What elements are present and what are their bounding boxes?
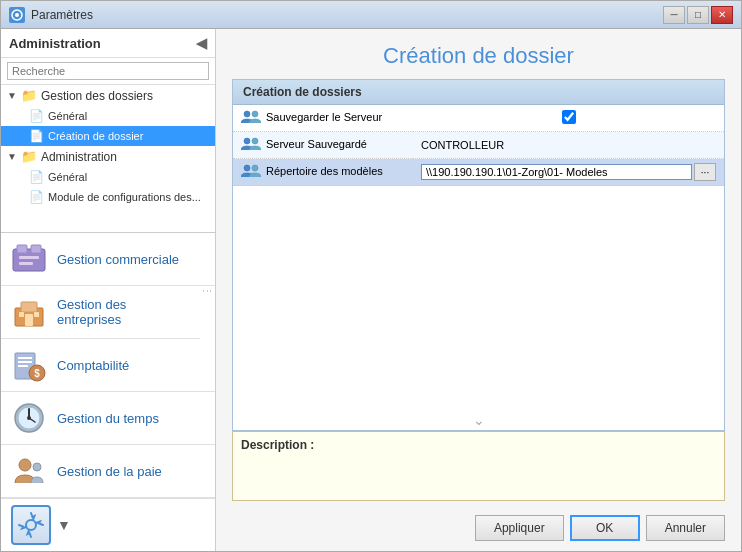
bottom-buttons: Appliquer OK Annuler: [216, 509, 741, 551]
sidebar-nav: Gestion commerciale: [1, 232, 215, 498]
serveur-value: CONTROLLEUR: [421, 139, 504, 151]
tree-group-dossiers-header[interactable]: ▼ 📁 Gestion des dossiers: [1, 85, 215, 106]
svg-point-31: [252, 165, 258, 171]
commercial-label: Gestion commerciale: [57, 252, 179, 267]
resize-handle[interactable]: ⋮: [200, 286, 215, 339]
row-label: Serveur Sauvegardé: [233, 132, 413, 159]
commercial-icon: [11, 241, 47, 277]
sauvegarder-checkbox[interactable]: [562, 110, 576, 124]
tree-item-creation-dossier[interactable]: 📄 Création de dossier: [1, 126, 215, 146]
main-window: Paramètres ─ □ ✕ Administration ◀ ▼ 📁: [0, 0, 742, 552]
title-bar: Paramètres ─ □ ✕: [1, 1, 741, 29]
tree-item-label: Général: [48, 171, 87, 183]
description-label: Description :: [241, 438, 716, 452]
user-icon: [241, 136, 261, 152]
user-icon: [241, 163, 261, 179]
svg-point-25: [26, 520, 36, 530]
scroll-down-icon: ⌄: [473, 412, 485, 428]
svg-rect-6: [19, 262, 33, 265]
repertoire-input[interactable]: [421, 164, 692, 180]
folder-icon: 📁: [21, 88, 37, 103]
minimize-button[interactable]: ─: [663, 6, 685, 24]
description-area: Description :: [232, 431, 725, 501]
search-input[interactable]: [7, 62, 209, 80]
tree-group-dossiers: ▼ 📁 Gestion des dossiers 📄 Général 📄 Cré…: [1, 85, 215, 146]
more-arrow[interactable]: ▼: [57, 517, 71, 533]
window-title: Paramètres: [31, 8, 663, 22]
table-row: Sauvegarder le Serveur: [233, 105, 724, 132]
svg-rect-3: [17, 245, 27, 253]
sidebar-bottom: ▼: [1, 498, 215, 551]
cancel-button[interactable]: Annuler: [646, 515, 725, 541]
svg-point-22: [27, 416, 31, 420]
temps-icon: [11, 400, 47, 436]
user-icon: [241, 109, 261, 125]
nav-item-commercial[interactable]: Gestion commerciale: [1, 233, 215, 286]
maximize-button[interactable]: □: [687, 6, 709, 24]
svg-point-23: [19, 459, 31, 471]
sidebar-title: Administration: [9, 36, 101, 51]
svg-point-30: [244, 165, 250, 171]
content-area: Création de dossier Création de dossiers: [216, 29, 741, 551]
group-label: Administration: [41, 150, 117, 164]
tree-group-administration: ▼ 📁 Administration 📄 Général 📄 Module de…: [1, 146, 215, 207]
settings-button[interactable]: [11, 505, 51, 545]
window-icon: [9, 7, 25, 23]
svg-rect-5: [19, 256, 39, 259]
svg-point-27: [252, 111, 258, 117]
main-content: Administration ◀ ▼ 📁 Gestion des dossier…: [1, 29, 741, 551]
tree-item-module-config[interactable]: 📄 Module de configurations des...: [1, 187, 215, 207]
svg-rect-8: [21, 302, 37, 312]
tree-item-label: Module de configurations des...: [48, 191, 201, 203]
close-button[interactable]: ✕: [711, 6, 733, 24]
nav-item-temps[interactable]: Gestion du temps: [1, 392, 215, 445]
paie-icon: [11, 453, 47, 489]
svg-text:$: $: [34, 368, 40, 379]
compta-label: Comptabilité: [57, 358, 129, 373]
row-value: CONTROLLEUR: [413, 132, 724, 159]
row-label: Répertoire des modèles: [233, 159, 413, 186]
group-label: Gestion des dossiers: [41, 89, 153, 103]
content-panel: Création de dossiers: [232, 79, 725, 431]
svg-point-24: [33, 463, 41, 471]
svg-rect-15: [18, 365, 28, 367]
svg-rect-9: [25, 314, 33, 326]
svg-rect-14: [18, 361, 32, 363]
sidebar: Administration ◀ ▼ 📁 Gestion des dossier…: [1, 29, 216, 551]
title-bar-buttons: ─ □ ✕: [663, 6, 733, 24]
doc-icon: 📄: [29, 170, 44, 184]
tree-item-general-1[interactable]: 📄 Général: [1, 106, 215, 126]
doc-icon: 📄: [29, 190, 44, 204]
sidebar-collapse-button[interactable]: ◀: [196, 35, 207, 51]
apply-button[interactable]: Appliquer: [475, 515, 564, 541]
settings-table: Sauvegarder le Serveur: [233, 105, 724, 186]
tree-group-administration-header[interactable]: ▼ 📁 Administration: [1, 146, 215, 167]
tree-item-label: Général: [48, 110, 87, 122]
svg-point-28: [244, 138, 250, 144]
svg-point-26: [244, 111, 250, 117]
compta-icon: $: [11, 347, 47, 383]
folder-icon: 📁: [21, 149, 37, 164]
svg-rect-13: [18, 357, 32, 359]
nav-item-comptabilite[interactable]: $ Comptabilité: [1, 339, 215, 392]
row-label: Sauvegarder le Serveur: [233, 105, 413, 132]
svg-point-29: [252, 138, 258, 144]
row-label-text: Sauvegarder le Serveur: [266, 111, 382, 123]
table-row: Serveur Sauvegardé CONTROLLEUR: [233, 132, 724, 159]
temps-label: Gestion du temps: [57, 411, 159, 426]
nav-item-entreprises[interactable]: Gestion des entreprises: [1, 286, 200, 339]
doc-icon: 📄: [29, 129, 44, 143]
tree-item-general-2[interactable]: 📄 Général: [1, 167, 215, 187]
row-label-text: Répertoire des modèles: [266, 165, 383, 177]
browse-button[interactable]: ···: [694, 163, 716, 181]
page-title: Création de dossier: [216, 29, 741, 79]
sidebar-header: Administration ◀: [1, 29, 215, 58]
arrow-icon: ▼: [7, 151, 17, 162]
sidebar-search-container: [1, 58, 215, 85]
ok-button[interactable]: OK: [570, 515, 640, 541]
nav-item-paie[interactable]: Gestion de la paie: [1, 445, 215, 498]
table-row[interactable]: Répertoire des modèles ···: [233, 159, 724, 186]
arrow-icon: ▼: [7, 90, 17, 101]
panel-table: Sauvegarder le Serveur: [233, 105, 724, 410]
panel-header: Création de dossiers: [233, 80, 724, 105]
